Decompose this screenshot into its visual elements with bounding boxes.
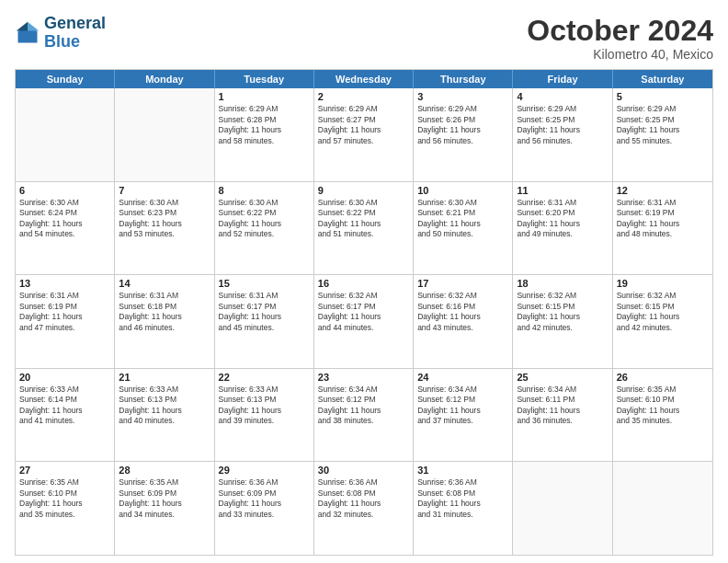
day-info: Sunrise: 6:29 AM Sunset: 6:26 PM Dayligh… (417, 104, 508, 146)
empty-cell (513, 462, 612, 555)
day-cell-8: 8Sunrise: 6:30 AM Sunset: 6:22 PM Daylig… (215, 182, 314, 275)
day-number: 22 (219, 372, 310, 383)
day-number: 13 (19, 278, 110, 289)
day-cell-30: 30Sunrise: 6:36 AM Sunset: 6:08 PM Dayli… (314, 462, 414, 555)
day-number: 27 (19, 465, 110, 476)
day-info: Sunrise: 6:36 AM Sunset: 6:09 PM Dayligh… (219, 477, 310, 520)
day-number: 4 (517, 91, 608, 102)
day-number: 25 (517, 372, 608, 383)
day-info: Sunrise: 6:35 AM Sunset: 6:10 PM Dayligh… (617, 385, 709, 427)
day-info: Sunrise: 6:31 AM Sunset: 6:19 PM Dayligh… (617, 198, 709, 240)
day-number: 9 (318, 185, 409, 196)
day-number: 31 (417, 465, 508, 476)
logo: General Blue (15, 15, 106, 52)
day-header-tuesday: Tuesday (215, 70, 314, 88)
day-info: Sunrise: 6:36 AM Sunset: 6:08 PM Dayligh… (417, 477, 508, 520)
day-info: Sunrise: 6:31 AM Sunset: 6:19 PM Dayligh… (19, 291, 110, 333)
day-cell-9: 9Sunrise: 6:30 AM Sunset: 6:22 PM Daylig… (314, 182, 414, 275)
day-header-sunday: Sunday (16, 70, 115, 88)
day-info: Sunrise: 6:35 AM Sunset: 6:09 PM Dayligh… (119, 477, 210, 520)
day-info: Sunrise: 6:36 AM Sunset: 6:08 PM Dayligh… (318, 477, 409, 520)
day-number: 16 (318, 278, 409, 289)
day-number: 21 (119, 372, 210, 383)
day-number: 29 (219, 465, 310, 476)
day-number: 30 (318, 465, 409, 476)
day-cell-7: 7Sunrise: 6:30 AM Sunset: 6:23 PM Daylig… (115, 182, 214, 275)
day-info: Sunrise: 6:31 AM Sunset: 6:17 PM Dayligh… (219, 291, 310, 333)
day-cell-13: 13Sunrise: 6:31 AM Sunset: 6:19 PM Dayli… (16, 275, 115, 368)
day-number: 2 (318, 91, 409, 102)
day-number: 3 (417, 91, 508, 102)
day-cell-26: 26Sunrise: 6:35 AM Sunset: 6:10 PM Dayli… (613, 369, 712, 462)
day-cell-21: 21Sunrise: 6:33 AM Sunset: 6:13 PM Dayli… (115, 369, 214, 462)
day-info: Sunrise: 6:33 AM Sunset: 6:13 PM Dayligh… (219, 385, 310, 427)
calendar-week-2: 6Sunrise: 6:30 AM Sunset: 6:24 PM Daylig… (16, 182, 712, 276)
day-cell-18: 18Sunrise: 6:32 AM Sunset: 6:15 PM Dayli… (513, 275, 612, 368)
day-number: 28 (119, 465, 210, 476)
day-cell-14: 14Sunrise: 6:31 AM Sunset: 6:18 PM Dayli… (115, 275, 214, 368)
calendar-week-3: 13Sunrise: 6:31 AM Sunset: 6:19 PM Dayli… (16, 275, 712, 369)
day-cell-12: 12Sunrise: 6:31 AM Sunset: 6:19 PM Dayli… (613, 182, 712, 275)
day-info: Sunrise: 6:32 AM Sunset: 6:15 PM Dayligh… (517, 291, 608, 333)
day-header-saturday: Saturday (613, 70, 712, 88)
day-cell-2: 2Sunrise: 6:29 AM Sunset: 6:27 PM Daylig… (314, 88, 414, 181)
day-number: 19 (617, 278, 709, 289)
day-cell-23: 23Sunrise: 6:34 AM Sunset: 6:12 PM Dayli… (314, 369, 414, 462)
day-info: Sunrise: 6:29 AM Sunset: 6:27 PM Dayligh… (318, 104, 409, 146)
day-info: Sunrise: 6:29 AM Sunset: 6:28 PM Dayligh… (219, 104, 310, 146)
day-info: Sunrise: 6:33 AM Sunset: 6:14 PM Dayligh… (19, 385, 110, 427)
day-number: 23 (318, 372, 409, 383)
day-info: Sunrise: 6:34 AM Sunset: 6:11 PM Dayligh… (517, 385, 608, 427)
day-info: Sunrise: 6:30 AM Sunset: 6:23 PM Dayligh… (119, 198, 210, 240)
day-number: 8 (219, 185, 310, 196)
empty-cell (613, 462, 712, 555)
day-number: 7 (119, 185, 210, 196)
day-cell-27: 27Sunrise: 6:35 AM Sunset: 6:10 PM Dayli… (16, 462, 115, 555)
day-info: Sunrise: 6:31 AM Sunset: 6:18 PM Dayligh… (119, 291, 210, 333)
logo-line1: General (44, 14, 106, 32)
empty-cell (115, 88, 214, 181)
month-title: October 2024 (527, 15, 713, 47)
day-cell-4: 4Sunrise: 6:29 AM Sunset: 6:25 PM Daylig… (513, 88, 612, 181)
day-number: 17 (417, 278, 508, 289)
logo-text: General Blue (44, 15, 106, 52)
day-info: Sunrise: 6:32 AM Sunset: 6:15 PM Dayligh… (617, 291, 709, 333)
day-number: 12 (617, 185, 709, 196)
day-header-friday: Friday (513, 70, 612, 88)
day-number: 18 (517, 278, 608, 289)
day-cell-20: 20Sunrise: 6:33 AM Sunset: 6:14 PM Dayli… (16, 369, 115, 462)
page: General Blue October 2024 Kilometro 40, … (0, 0, 728, 563)
day-info: Sunrise: 6:30 AM Sunset: 6:24 PM Dayligh… (19, 198, 110, 240)
day-number: 1 (219, 91, 310, 102)
header: General Blue October 2024 Kilometro 40, … (15, 15, 713, 62)
empty-cell (16, 88, 115, 181)
day-cell-11: 11Sunrise: 6:31 AM Sunset: 6:20 PM Dayli… (513, 182, 612, 275)
day-cell-31: 31Sunrise: 6:36 AM Sunset: 6:08 PM Dayli… (414, 462, 513, 555)
calendar-week-1: 1Sunrise: 6:29 AM Sunset: 6:28 PM Daylig… (16, 88, 712, 182)
day-cell-10: 10Sunrise: 6:30 AM Sunset: 6:21 PM Dayli… (414, 182, 513, 275)
svg-marker-2 (17, 22, 28, 31)
day-info: Sunrise: 6:30 AM Sunset: 6:21 PM Dayligh… (417, 198, 508, 240)
day-info: Sunrise: 6:29 AM Sunset: 6:25 PM Dayligh… (617, 104, 709, 146)
day-number: 6 (19, 185, 110, 196)
day-cell-22: 22Sunrise: 6:33 AM Sunset: 6:13 PM Dayli… (215, 369, 314, 462)
day-info: Sunrise: 6:31 AM Sunset: 6:20 PM Dayligh… (517, 198, 608, 240)
day-info: Sunrise: 6:30 AM Sunset: 6:22 PM Dayligh… (318, 198, 409, 240)
day-header-monday: Monday (115, 70, 214, 88)
day-cell-17: 17Sunrise: 6:32 AM Sunset: 6:16 PM Dayli… (414, 275, 513, 368)
day-cell-28: 28Sunrise: 6:35 AM Sunset: 6:09 PM Dayli… (115, 462, 214, 555)
svg-marker-1 (28, 22, 39, 31)
day-info: Sunrise: 6:29 AM Sunset: 6:25 PM Dayligh… (517, 104, 608, 146)
day-cell-24: 24Sunrise: 6:34 AM Sunset: 6:12 PM Dayli… (414, 369, 513, 462)
logo-line2: Blue (44, 32, 80, 51)
calendar: SundayMondayTuesdayWednesdayThursdayFrid… (15, 69, 713, 556)
day-number: 5 (617, 91, 709, 102)
calendar-body: 1Sunrise: 6:29 AM Sunset: 6:28 PM Daylig… (16, 88, 712, 555)
day-info: Sunrise: 6:34 AM Sunset: 6:12 PM Dayligh… (417, 385, 508, 427)
day-cell-15: 15Sunrise: 6:31 AM Sunset: 6:17 PM Dayli… (215, 275, 314, 368)
day-number: 11 (517, 185, 608, 196)
day-cell-1: 1Sunrise: 6:29 AM Sunset: 6:28 PM Daylig… (215, 88, 314, 181)
day-number: 20 (19, 372, 110, 383)
day-number: 14 (119, 278, 210, 289)
day-cell-5: 5Sunrise: 6:29 AM Sunset: 6:25 PM Daylig… (613, 88, 712, 181)
